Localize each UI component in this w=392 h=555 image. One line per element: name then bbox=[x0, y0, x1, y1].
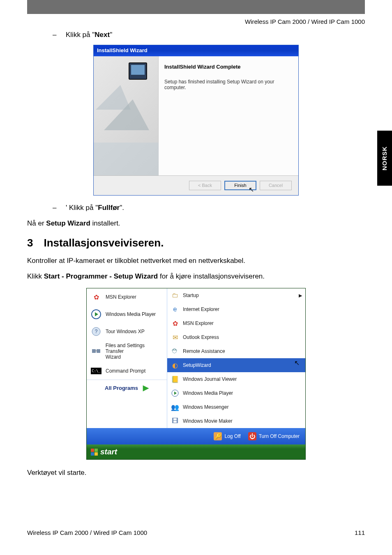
submenu-messenger[interactable]: 👥 Windows Messenger bbox=[167, 400, 305, 414]
submenu-wmp[interactable]: Windows Media Player bbox=[167, 386, 305, 400]
wizard-main-panel: InstallShield Wizard Complete Setup has … bbox=[159, 56, 298, 175]
moviemaker-icon: 🎞 bbox=[171, 417, 180, 426]
submenu-remote[interactable]: ⛑ Remote Assistance bbox=[167, 344, 305, 358]
wizard-complete-desc: Setup has finished installing Setup Wiza… bbox=[164, 79, 293, 90]
fst-line2: Wizard bbox=[106, 354, 121, 360]
journal-icon: 📒 bbox=[171, 375, 180, 384]
submenu-messenger-label: Windows Messenger bbox=[183, 404, 228, 410]
folder-icon: 🗀 bbox=[171, 291, 180, 300]
ie-icon: e bbox=[171, 305, 180, 314]
section-3-number: 3 bbox=[27, 237, 33, 249]
sm-left-wmp[interactable]: Windows Media Player bbox=[87, 306, 167, 323]
logoff-button[interactable]: 🔑 Log Off bbox=[214, 432, 240, 440]
submenu-msn-label: MSN Explorer bbox=[183, 320, 214, 326]
submenu-journal[interactable]: 📒 Windows Journal Viewer bbox=[167, 372, 305, 386]
submenu-arrow-icon: ▶ bbox=[299, 293, 302, 298]
para-run-wizard: Klikk Start - Programmer - Setup Wizard … bbox=[27, 272, 365, 281]
bullet-fullfor-suffix: ". bbox=[120, 204, 124, 212]
footer-product-line: Wireless IP Cam 2000 / Wired IP Cam 1000 bbox=[27, 529, 147, 536]
msn-butterfly-icon: ✿ bbox=[171, 319, 180, 328]
submenu-startup[interactable]: 🗀 Startup ▶ bbox=[167, 288, 305, 302]
svg-rect-7 bbox=[92, 349, 96, 353]
bullet-next: Klikk på "Next" bbox=[27, 31, 365, 39]
wizard-button-bar: < Back Finish ↖ Cancel bbox=[94, 175, 298, 195]
sm-left-tour[interactable]: ? Tour Windows XP bbox=[87, 323, 167, 340]
turnoff-label: Turn Off Computer bbox=[259, 433, 300, 439]
para-setup-installed: Nå er Setup Wizard installert. bbox=[27, 219, 365, 228]
start-menu-footer: 🔑 Log Off ⏻ Turn Off Computer bbox=[87, 428, 305, 444]
submenu-remote-label: Remote Assistance bbox=[183, 348, 225, 354]
cancel-button: Cancel bbox=[260, 181, 292, 190]
page-footer: Wireless IP Cam 2000 / Wired IP Cam 1000… bbox=[27, 529, 365, 536]
sm-left-msn-explorer[interactable]: ✿ MSN Explorer bbox=[87, 288, 167, 306]
turnoff-button[interactable]: ⏻ Turn Off Computer bbox=[248, 432, 300, 440]
back-button: < Back bbox=[189, 181, 221, 190]
turnoff-icon: ⏻ bbox=[248, 432, 256, 440]
start-menu-screenshot: ✿ MSN Explorer Windows Media Player ? To… bbox=[86, 288, 306, 460]
cmd-icon: C:\_ bbox=[90, 365, 102, 377]
bullet-next-suffix: " bbox=[110, 31, 112, 39]
submenu-setupwizard[interactable]: ◐ SetupWizard ↖ bbox=[167, 358, 305, 372]
submenu-msn[interactable]: ✿ MSN Explorer bbox=[167, 316, 305, 330]
remote-assistance-icon: ⛑ bbox=[171, 347, 180, 356]
submenu-startup-label: Startup bbox=[183, 292, 199, 298]
sm-left-cmd-label: Command Prompt bbox=[106, 368, 145, 374]
section-3-title: Installasjonsveiviseren. bbox=[44, 237, 164, 249]
all-programs-label: All Programs bbox=[105, 385, 138, 391]
all-programs-button[interactable]: All Programs ▶ bbox=[87, 380, 167, 396]
svg-text:?: ? bbox=[95, 329, 98, 334]
bullet-fullfor-prefix: ' Klikk på " bbox=[66, 204, 98, 212]
submenu-moviemaker[interactable]: 🎞 Windows Movie Maker bbox=[167, 414, 305, 428]
para-installed-bold: Setup Wizard bbox=[46, 219, 90, 227]
bullet-fullfor: ' Klikk på "Fullfør". bbox=[27, 204, 365, 212]
wmp-icon bbox=[90, 308, 102, 320]
all-programs-arrow-icon: ▶ bbox=[143, 383, 149, 392]
para-run-prefix: Klikk bbox=[27, 272, 44, 280]
language-tab-label: NORSK bbox=[381, 146, 388, 170]
top-gray-bar bbox=[27, 0, 365, 14]
header-product-line: Wireless IP Cam 2000 / Wired IP Cam 1000 bbox=[27, 14, 365, 31]
para-tool-start: Verktøyet vil starte. bbox=[27, 469, 365, 477]
bullet-next-prefix: Klikk på " bbox=[66, 31, 95, 39]
svg-marker-0 bbox=[96, 85, 131, 110]
sm-left-cmd[interactable]: C:\_ Command Prompt bbox=[87, 362, 167, 380]
submenu-outlook-label: Outlook Express bbox=[183, 334, 219, 340]
cursor-icon: ↖ bbox=[294, 359, 300, 367]
start-button-label: start bbox=[100, 447, 117, 456]
page-number: 111 bbox=[355, 529, 365, 536]
page-content: Wireless IP Cam 2000 / Wired IP Cam 1000… bbox=[0, 14, 392, 477]
submenu-ie[interactable]: e Internet Explorer bbox=[167, 302, 305, 316]
finish-button-label: Finish bbox=[234, 183, 246, 188]
submenu-setupwizard-label: SetupWizard bbox=[183, 362, 211, 368]
windows-flag-icon bbox=[91, 449, 98, 456]
bullet-next-bold: Next bbox=[95, 31, 110, 39]
para-installed-prefix: Nå er bbox=[27, 219, 46, 227]
logoff-icon: 🔑 bbox=[214, 432, 222, 440]
window-titlebar: InstallShield Wizard bbox=[94, 45, 298, 56]
wizard-complete-title: InstallShield Wizard Complete bbox=[164, 64, 293, 70]
taskbar: start bbox=[87, 444, 305, 459]
sm-left-wmp-label: Windows Media Player bbox=[106, 311, 156, 317]
sm-left-msn-label: MSN Explorer bbox=[106, 294, 136, 300]
wizard-sidebar-image bbox=[94, 56, 159, 175]
section-3-heading: 3 Installasjonsveiviseren. bbox=[27, 237, 365, 249]
submenu-moviemaker-label: Windows Movie Maker bbox=[183, 418, 233, 424]
fst-line1: Files and Settings Transfer bbox=[106, 343, 145, 354]
setupwizard-icon: ◐ bbox=[171, 361, 180, 370]
start-button[interactable]: start bbox=[91, 447, 117, 456]
submenu-outlook[interactable]: ✉ Outlook Express bbox=[167, 330, 305, 344]
outlook-icon: ✉ bbox=[171, 333, 180, 342]
submenu-ie-label: Internet Explorer bbox=[183, 306, 219, 312]
wmp-icon bbox=[171, 389, 180, 398]
logoff-label: Log Off bbox=[224, 433, 240, 439]
installshield-wizard-window: InstallShield Wizard InstallShield Wizar… bbox=[93, 45, 299, 196]
sm-left-fst[interactable]: Files and Settings Transfer Wizard bbox=[87, 340, 167, 362]
start-menu-left-column: ✿ MSN Explorer Windows Media Player ? To… bbox=[87, 288, 167, 428]
fst-wizard-icon bbox=[90, 345, 102, 357]
sm-left-tour-label: Tour Windows XP bbox=[106, 329, 145, 334]
language-tab: NORSK bbox=[377, 131, 392, 186]
finish-button[interactable]: Finish ↖ bbox=[224, 181, 256, 190]
cursor-icon: ↖ bbox=[249, 186, 254, 193]
svg-rect-8 bbox=[97, 349, 100, 353]
para-run-suffix: for å kjøre installasjonsveiviseren. bbox=[158, 272, 265, 280]
